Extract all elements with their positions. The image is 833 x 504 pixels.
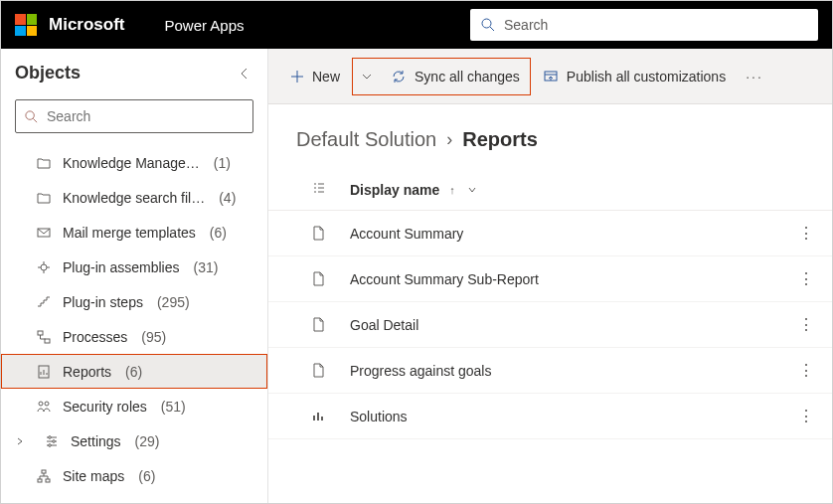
command-bar: New Sync all changes <box>268 49 832 104</box>
main-panel: New Sync all changes <box>268 49 832 503</box>
process-icon <box>35 328 53 346</box>
breadcrumb-root[interactable]: Default Solution <box>296 128 436 151</box>
sidebar-item[interactable]: Plug-in assemblies(31) <box>1 250 267 284</box>
sidebar-item-label: Mail merge templates <box>63 225 196 241</box>
svg-point-22 <box>53 439 56 442</box>
more-icon: ··· <box>746 69 763 84</box>
svg-rect-25 <box>38 479 42 482</box>
sidebar-item-count: (6) <box>210 225 227 241</box>
document-icon <box>312 363 350 378</box>
sidebar-item-label: Reports <box>63 364 111 380</box>
sync-all-button[interactable]: Sync all changes <box>381 59 530 94</box>
table-row[interactable]: Goal Detail ⋮ <box>268 302 832 348</box>
sidebar-item-count: (295) <box>157 294 190 310</box>
sidebar-item-label: Knowledge Manage… <box>63 155 200 171</box>
sidebar-item[interactable]: Site maps(6) <box>1 458 267 493</box>
svg-point-2 <box>26 110 34 118</box>
document-icon <box>312 317 350 332</box>
global-search[interactable] <box>470 9 818 41</box>
sidebar-item-count: (29) <box>135 433 160 449</box>
sidebar-search-input[interactable] <box>47 108 245 124</box>
sidebar-item[interactable]: Processes(95) <box>1 319 267 354</box>
mail-tmpl-icon <box>35 224 53 242</box>
sidebar-item[interactable]: Knowledge search fil…(4) <box>1 180 267 215</box>
sidebar-item-label: Processes <box>63 329 127 345</box>
sitemap-icon <box>35 467 53 485</box>
sidebar-item-label: Site maps <box>63 468 124 484</box>
collapse-sidebar-button[interactable] <box>236 65 253 83</box>
svg-point-16 <box>39 402 43 406</box>
table-row[interactable]: Account Summary Sub-Report ⋮ <box>268 256 832 302</box>
column-type-icon[interactable] <box>312 181 326 195</box>
row-more-button[interactable]: ⋮ <box>796 315 816 334</box>
folder-icon <box>35 154 53 172</box>
settings-icon <box>43 432 61 450</box>
row-display-name: Solutions <box>350 409 796 424</box>
table-header[interactable]: Display name ↑ <box>268 169 832 211</box>
row-display-name: Account Summary Sub-Report <box>350 271 796 287</box>
table-row[interactable]: Account Summary ⋮ <box>268 211 832 256</box>
document-icon <box>312 271 350 286</box>
sidebar-search[interactable] <box>15 99 253 133</box>
svg-rect-24 <box>42 470 46 473</box>
sync-icon <box>391 69 407 84</box>
sync-button-label: Sync all changes <box>415 69 520 84</box>
objects-tree: Knowledge Manage…(1)Knowledge search fil… <box>1 145 267 503</box>
report-icon <box>35 363 53 381</box>
publish-icon <box>543 69 559 84</box>
row-more-button[interactable]: ⋮ <box>796 361 816 380</box>
new-button[interactable]: New <box>280 59 350 94</box>
sidebar-item-label: Security roles <box>63 399 147 415</box>
svg-line-1 <box>490 27 494 31</box>
plug-icon <box>35 258 53 276</box>
svg-rect-26 <box>46 479 50 482</box>
sidebar-item-label: Plug-in steps <box>63 294 143 310</box>
sidebar-item-count: (31) <box>194 259 219 275</box>
sidebar-item-label: Knowledge search fil… <box>63 190 205 206</box>
publish-button[interactable]: Publish all customizations <box>533 59 736 94</box>
row-more-button[interactable]: ⋮ <box>796 407 816 425</box>
row-display-name: Goal Detail <box>350 317 796 333</box>
sidebar-item[interactable]: Mail merge templates(6) <box>1 215 267 250</box>
sidebar-item[interactable]: Security roles(51) <box>1 389 267 423</box>
breadcrumb-current: Reports <box>462 128 538 151</box>
svg-rect-11 <box>45 339 50 343</box>
app-header: Microsoft Power Apps <box>1 1 832 49</box>
folder-icon <box>35 189 53 207</box>
global-search-input[interactable] <box>504 17 808 33</box>
row-more-button[interactable]: ⋮ <box>796 269 816 288</box>
row-more-button[interactable]: ⋮ <box>796 224 816 243</box>
chevron-down-icon <box>361 71 373 83</box>
svg-line-3 <box>33 118 37 122</box>
sidebar-item-count: (51) <box>161 399 186 415</box>
roles-icon <box>35 398 53 416</box>
steps-icon <box>35 293 53 311</box>
svg-point-21 <box>49 435 52 438</box>
new-dropdown-button[interactable] <box>353 59 381 94</box>
svg-point-0 <box>482 19 491 28</box>
overflow-menu-button[interactable]: ··· <box>738 59 771 94</box>
sidebar-item-count: (4) <box>219 190 236 206</box>
objects-sidebar: Objects Knowledge Manage…(1)Knowledge se… <box>1 49 268 503</box>
sidebar-item-count: (6) <box>138 468 155 484</box>
search-icon <box>24 109 39 124</box>
svg-point-23 <box>49 443 52 446</box>
chevron-down-icon <box>467 185 477 195</box>
sidebar-item-label: Settings <box>71 433 121 449</box>
sort-ascending-icon: ↑ <box>449 184 455 196</box>
brand-label: Microsoft <box>49 15 125 35</box>
microsoft-logo <box>15 14 37 36</box>
sidebar-item[interactable]: Plug-in steps(295) <box>1 284 267 319</box>
table-body: Account Summary ⋮ Account Summary Sub-Re… <box>268 211 832 439</box>
chart-icon <box>312 410 350 422</box>
sidebar-item[interactable]: Knowledge Manage…(1) <box>1 145 267 180</box>
sidebar-item[interactable]: Reports(6) <box>1 354 267 389</box>
sidebar-title: Objects <box>15 63 236 84</box>
breadcrumb: Default Solution › Reports <box>268 104 832 169</box>
row-display-name: Progress against goals <box>350 363 796 379</box>
sidebar-item-count: (95) <box>141 329 166 345</box>
table-row[interactable]: Solutions ⋮ <box>268 394 832 439</box>
sidebar-item[interactable]: Settings(29) <box>1 423 267 458</box>
column-display-name: Display name <box>350 182 439 198</box>
table-row[interactable]: Progress against goals ⋮ <box>268 348 832 394</box>
